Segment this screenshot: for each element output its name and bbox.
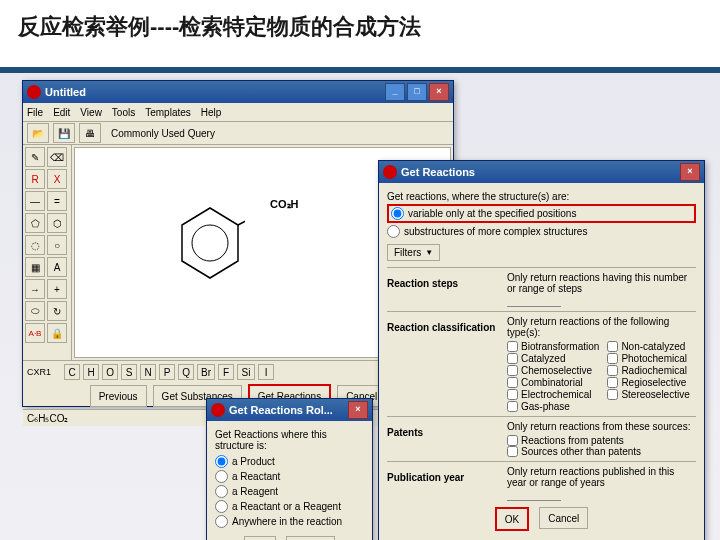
role-opt-product[interactable] xyxy=(215,455,228,468)
menu-view[interactable]: View xyxy=(80,107,102,118)
lbl-stereoselective: Stereoselective xyxy=(621,389,689,400)
role-opt-reactant[interactable] xyxy=(215,470,228,483)
elem-p[interactable]: P xyxy=(159,364,175,380)
role-close-button[interactable]: × xyxy=(348,401,368,419)
menu-templates[interactable]: Templates xyxy=(145,107,191,118)
tool-double[interactable]: = xyxy=(47,191,67,211)
svg-line-2 xyxy=(238,211,245,225)
role-opt-anywhere[interactable] xyxy=(215,515,228,528)
tool-template[interactable]: ▦ xyxy=(25,257,45,277)
role-opt-reagent-label: a Reagent xyxy=(232,486,278,497)
role-cancel-button[interactable]: Cancel xyxy=(286,536,335,540)
chk-non-catalyzed[interactable] xyxy=(607,341,618,352)
filters-opt-variable[interactable] xyxy=(391,207,404,220)
role-opt-product-label: a Product xyxy=(232,456,275,467)
filters-ok-button[interactable]: OK xyxy=(495,507,529,531)
print-icon[interactable]: 🖶 xyxy=(79,123,101,143)
tool-ring5[interactable]: ⬠ xyxy=(25,213,45,233)
classification-grid: Biotransformation Non-catalyzed Catalyze… xyxy=(507,341,696,412)
previous-button[interactable]: Previous xyxy=(90,385,147,407)
classification-label: Reaction classification xyxy=(387,322,507,410)
role-opt-reactant-or-reagent[interactable] xyxy=(215,500,228,513)
role-titlebar[interactable]: Get Reactions Rol... × xyxy=(207,399,372,421)
tool-arrow[interactable]: → xyxy=(25,279,45,299)
role-dialog-icon xyxy=(211,403,225,417)
tool-plus[interactable]: + xyxy=(47,279,67,299)
elem-f[interactable]: F xyxy=(218,364,234,380)
filters-titlebar[interactable]: Get Reactions × xyxy=(379,161,704,183)
editor-titlebar[interactable]: Untitled _ □ × xyxy=(23,81,453,103)
chk-catalyzed[interactable] xyxy=(507,353,518,364)
chk-gas-phase[interactable] xyxy=(507,401,518,412)
year-input[interactable] xyxy=(507,488,561,501)
elem-s[interactable]: S xyxy=(121,364,137,380)
svg-point-1 xyxy=(192,225,228,261)
chk-combinatorial[interactable] xyxy=(507,377,518,388)
classification-desc: Only return reactions of the following t… xyxy=(507,316,696,338)
lbl-biotransformation: Biotransformation xyxy=(521,341,599,352)
tool-eraser[interactable]: ⌫ xyxy=(47,147,67,167)
chk-electrochemical[interactable] xyxy=(507,389,518,400)
close-button[interactable]: × xyxy=(429,83,449,101)
filters-opt-variable-label: variable only at the specified positions xyxy=(408,208,576,219)
chk-regioselective[interactable] xyxy=(607,377,618,388)
lbl-photochemical: Photochemical xyxy=(621,353,687,364)
chk-patents-other[interactable] xyxy=(507,446,518,457)
tool-rotate[interactable]: ↻ xyxy=(47,301,67,321)
elem-o[interactable]: O xyxy=(102,364,118,380)
role-opt-ror-label: a Reactant or a Reagent xyxy=(232,501,341,512)
tool-ab[interactable]: A·B xyxy=(25,323,45,343)
chk-photochemical[interactable] xyxy=(607,353,618,364)
patents-label: Patents xyxy=(387,427,507,455)
chk-patents-from[interactable] xyxy=(507,435,518,446)
elem-br[interactable]: Br xyxy=(197,364,215,380)
filters-close-button[interactable]: × xyxy=(680,163,700,181)
chk-stereoselective[interactable] xyxy=(607,389,618,400)
benzene-ring xyxy=(175,203,245,283)
elem-c[interactable]: C xyxy=(64,364,80,380)
tool-chain-r[interactable]: R xyxy=(25,169,45,189)
minimize-button[interactable]: _ xyxy=(385,83,405,101)
tool-lock[interactable]: 🔒 xyxy=(47,323,67,343)
svg-marker-0 xyxy=(182,208,238,278)
elem-n[interactable]: N xyxy=(140,364,156,380)
tool-ring6[interactable]: ⬡ xyxy=(47,213,67,233)
filters-cancel-button[interactable]: Cancel xyxy=(539,507,588,529)
elem-h[interactable]: H xyxy=(83,364,99,380)
menu-edit[interactable]: Edit xyxy=(53,107,70,118)
menu-file[interactable]: File xyxy=(27,107,43,118)
tool-lasso[interactable]: ⬭ xyxy=(25,301,45,321)
cxr-label: CXR1 xyxy=(27,367,51,377)
chk-chemoselective[interactable] xyxy=(507,365,518,376)
lbl-radiochemical: Radiochemical xyxy=(621,365,687,376)
lbl-non-catalyzed: Non-catalyzed xyxy=(621,341,685,352)
chk-biotransformation[interactable] xyxy=(507,341,518,352)
chk-radiochemical[interactable] xyxy=(607,365,618,376)
role-opt-reagent[interactable] xyxy=(215,485,228,498)
lbl-patents-other: Sources other than patents xyxy=(521,446,641,457)
editor-menubar[interactable]: File Edit View Tools Templates Help xyxy=(23,103,453,122)
tool-cyclohex[interactable]: ○ xyxy=(47,235,67,255)
elem-si[interactable]: Si xyxy=(237,364,255,380)
query-dropdown-label[interactable]: Commonly Used Query xyxy=(111,128,215,139)
elem-i[interactable]: I xyxy=(258,364,274,380)
tool-bond[interactable]: — xyxy=(25,191,45,211)
save-icon[interactable]: 💾 xyxy=(53,123,75,143)
tool-pencil[interactable]: ✎ xyxy=(25,147,45,167)
maximize-button[interactable]: □ xyxy=(407,83,427,101)
filters-opt-substructure-label: substructures of more complex structures xyxy=(404,226,587,237)
elem-q[interactable]: Q xyxy=(178,364,194,380)
filters-prompt: Get reactions, where the structure(s) ar… xyxy=(387,191,696,202)
role-ok-button[interactable]: OK xyxy=(244,536,276,540)
role-opt-reactant-label: a Reactant xyxy=(232,471,280,482)
tool-benzene[interactable]: ◌ xyxy=(25,235,45,255)
menu-help[interactable]: Help xyxy=(201,107,222,118)
menu-tools[interactable]: Tools xyxy=(112,107,135,118)
filters-dropdown[interactable]: Filters xyxy=(387,244,440,261)
tool-chain-x[interactable]: X xyxy=(47,169,67,189)
steps-input[interactable] xyxy=(507,294,561,307)
lbl-catalyzed: Catalyzed xyxy=(521,353,565,364)
tool-atom[interactable]: A xyxy=(47,257,67,277)
filters-opt-substructure[interactable] xyxy=(387,225,400,238)
open-icon[interactable]: 📂 xyxy=(27,123,49,143)
